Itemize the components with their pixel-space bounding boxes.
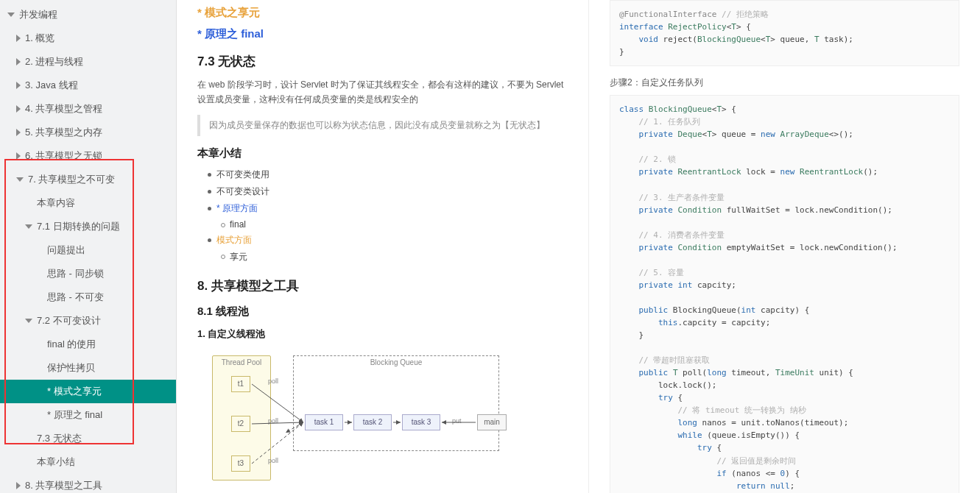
list-item: final xyxy=(221,217,568,232)
sidebar-item[interactable]: * 原理之 final xyxy=(0,403,176,427)
summary-link[interactable]: * 原理方面 xyxy=(216,203,258,213)
sidebar-item[interactable]: 7. 共享模型之不可变 xyxy=(0,168,176,191)
sidebar-item[interactable]: 5. 共享模型之内存 xyxy=(0,121,176,144)
sidebar-item-label: 7. 共享模型之不可变 xyxy=(28,173,115,186)
blocking-queue-label: Blocking Queue xyxy=(294,356,498,369)
sidebar-item-label: 2. 进程与线程 xyxy=(25,55,83,68)
poll-label-1: poll xyxy=(268,377,278,385)
sidebar-item-label: 3. Java 线程 xyxy=(25,79,78,92)
sidebar-item-label: 思路 - 同步锁 xyxy=(47,267,104,280)
task-3: task 3 xyxy=(402,414,440,430)
content-left: * 模式之享元 * 原理之 final 7.3 无状态 在 web 阶段学习时，… xyxy=(177,0,589,493)
sidebar-item[interactable]: 6. 共享模型之无锁 xyxy=(0,144,176,168)
sidebar-root[interactable]: 并发编程 xyxy=(0,3,176,26)
blocking-queue-box: Blocking Queue xyxy=(293,355,499,451)
sidebar-item-label: 思路 - 不可变 xyxy=(47,291,104,304)
list-item: 不可变类设计 xyxy=(208,183,568,200)
heading-8-1-1: 1. 自定义线程池 xyxy=(197,327,568,341)
sidebar-item[interactable]: 7.2 不可变设计 xyxy=(0,309,176,333)
sidebar-item-label: 7.1 日期转换的问题 xyxy=(37,220,120,233)
list-item: 模式方面 xyxy=(208,232,568,249)
content-right: @FunctionalInterface // 拒绝策略 interface R… xyxy=(589,0,980,493)
sidebar-item-label: 7.3 无状态 xyxy=(37,432,82,445)
sidebar: 并发编程 1. 概览2. 进程与线程3. Java 线程4. 共享模型之管程5.… xyxy=(0,0,177,493)
chevron-down-icon xyxy=(16,177,24,182)
sidebar-item-label: 保护性拷贝 xyxy=(47,361,95,375)
poll-label-3: poll xyxy=(268,457,278,464)
heading-8: 8. 共享模型之工具 xyxy=(197,277,568,294)
sidebar-item-label: 6. 共享模型之无锁 xyxy=(25,149,102,163)
step-2-label: 步骤2：自定义任务队列 xyxy=(610,77,959,89)
chevron-right-icon xyxy=(16,129,21,136)
list-item: 不可变类使用 xyxy=(208,166,568,183)
chevron-down-icon xyxy=(25,319,32,323)
sidebar-root-label: 并发编程 xyxy=(19,8,57,21)
heading-final: * 原理之 final xyxy=(197,27,568,41)
sidebar-item-label: 问题提出 xyxy=(47,244,85,257)
chevron-down-icon xyxy=(25,224,32,229)
sidebar-item-label: 本章小结 xyxy=(37,455,75,469)
sidebar-item-label: final 的使用 xyxy=(47,338,96,351)
sidebar-item[interactable]: final 的使用 xyxy=(0,333,176,356)
sidebar-item-label: * 模式之享元 xyxy=(47,385,102,398)
chevron-right-icon xyxy=(16,82,21,89)
sidebar-item[interactable]: 思路 - 不可变 xyxy=(0,285,176,309)
thread-t2: t2 xyxy=(231,416,250,432)
chevron-right-icon xyxy=(16,35,21,42)
sidebar-item[interactable]: 问题提出 xyxy=(0,238,176,262)
chevron-right-icon xyxy=(16,152,21,160)
put-label: put xyxy=(452,417,462,425)
sidebar-item[interactable]: 8. 共享模型之工具 xyxy=(0,474,176,493)
thread-t3: t3 xyxy=(231,455,250,472)
list-item: * 原理方面 xyxy=(208,200,568,217)
sidebar-item-label: * 原理之 final xyxy=(47,408,102,422)
sidebar-item-label: 8. 共享模型之工具 xyxy=(25,479,102,492)
chevron-right-icon xyxy=(16,105,21,113)
code-reject-policy: @FunctionalInterface // 拒绝策略 interface R… xyxy=(610,0,959,66)
task-2: task 2 xyxy=(353,414,392,430)
paragraph-7-3: 在 web 阶段学习时，设计 Servlet 时为了保证其线程安全，都会有这样的… xyxy=(197,77,568,107)
poll-label-2: poll xyxy=(268,417,278,425)
chevron-right-icon xyxy=(16,58,21,65)
sidebar-item[interactable]: 本章内容 xyxy=(0,191,176,215)
sidebar-item[interactable]: 保护性拷贝 xyxy=(0,356,176,380)
main-box: main xyxy=(477,414,507,430)
sidebar-item-label: 7.2 不可变设计 xyxy=(37,314,101,327)
sidebar-item[interactable]: 3. Java 线程 xyxy=(0,74,176,97)
code-blocking-queue: class BlockingQueue<T> { // 1. 任务队列 priv… xyxy=(610,95,959,493)
threadpool-diagram: Thread Pool t1 t2 t3 Blocking Queue task… xyxy=(197,355,568,493)
sidebar-item[interactable]: 思路 - 同步锁 xyxy=(0,262,176,285)
summary-link[interactable]: 模式方面 xyxy=(216,235,252,245)
sidebar-item[interactable]: * 模式之享元 xyxy=(0,380,176,403)
sidebar-item-label: 5. 共享模型之内存 xyxy=(25,126,102,139)
blockquote-7-3: 因为成员变量保存的数据也可以称为状态信息，因此没有成员变量就称之为【无状态】 xyxy=(197,115,568,136)
sidebar-item-label: 4. 共享模型之管程 xyxy=(25,102,102,116)
heading-7-3: 7.3 无状态 xyxy=(197,53,568,70)
sidebar-item[interactable]: 4. 共享模型之管程 xyxy=(0,97,176,121)
task-1: task 1 xyxy=(305,414,343,430)
sidebar-item[interactable]: 1. 概览 xyxy=(0,26,176,50)
sidebar-item-label: 本章内容 xyxy=(37,196,75,210)
sidebar-item-label: 1. 概览 xyxy=(25,32,54,45)
list-item: 享元 xyxy=(221,249,568,266)
heading-flyweight: * 模式之享元 xyxy=(197,6,568,20)
sidebar-item[interactable]: 本章小结 xyxy=(0,450,176,474)
sidebar-item[interactable]: 2. 进程与线程 xyxy=(0,50,176,74)
thread-pool-label: Thread Pool xyxy=(213,356,270,369)
chevron-right-icon xyxy=(16,482,21,489)
sidebar-item[interactable]: 7.3 无状态 xyxy=(0,427,176,450)
summary-list: 不可变类使用不可变类设计* 原理方面final模式方面享元 xyxy=(197,166,568,266)
thread-t1: t1 xyxy=(231,376,250,392)
heading-summary: 本章小结 xyxy=(197,146,568,160)
heading-8-1: 8.1 线程池 xyxy=(197,305,568,319)
sidebar-item[interactable]: 7.1 日期转换的问题 xyxy=(0,215,176,238)
chevron-down-icon xyxy=(7,13,15,17)
